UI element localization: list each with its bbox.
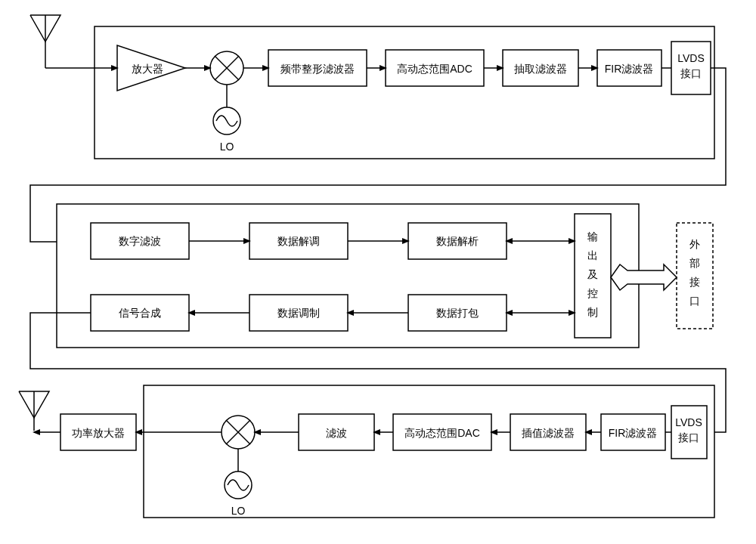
dsp-data-pack-label: 数据打包 <box>436 307 479 319</box>
rx-lvds-label-1: LVDS <box>677 52 705 64</box>
rx-front-end <box>94 26 714 159</box>
rx-fir-filter-label: FIR滤波器 <box>605 63 654 75</box>
rx-mixer-icon <box>210 51 243 85</box>
rx-lvds-label-2: 接口 <box>680 67 702 79</box>
double-arrow-icon <box>611 264 677 290</box>
dsp-output-control-label-3: 及 <box>587 268 598 280</box>
dsp-data-parse-label: 数据解析 <box>436 235 479 247</box>
tx-interp-filter-label: 插值滤波器 <box>522 427 575 439</box>
dsp-signal-synth-label: 信号合成 <box>119 307 161 319</box>
dsp-output-control-label-2: 出 <box>587 249 598 261</box>
tx-high-dr-dac-label: 高动态范围DAC <box>404 427 480 439</box>
rx-decimation-filter-label: 抽取滤波器 <box>514 63 567 75</box>
tx-lo-label: LO <box>231 505 246 517</box>
dsp-data-demod-label: 数据解调 <box>277 235 320 247</box>
dsp-output-control-label-1: 输 <box>587 230 598 243</box>
dsp-data-mod-label: 数据调制 <box>277 307 320 319</box>
external-interface-label-2: 部 <box>689 257 700 269</box>
tx-filter-label: 滤波 <box>326 427 347 439</box>
tx-front-end <box>144 385 714 518</box>
rx-amplifier-label: 放大器 <box>132 63 163 75</box>
rx-lo-label: LO <box>220 141 234 153</box>
block-diagram: 放大器 LO 频带整形滤波器 高动态范围ADC 抽取滤波器 FIR滤波器 LVD… <box>0 0 756 544</box>
svg-marker-21 <box>611 264 677 290</box>
dsp-output-control-label-5: 制 <box>587 306 598 318</box>
tx-antenna-icon <box>19 391 49 431</box>
dsp-digital-filter-label: 数字滤波 <box>119 235 161 247</box>
tx-lvds-label-1: LVDS <box>675 416 702 428</box>
tx-lvds-label-2: 接口 <box>678 431 699 444</box>
tx-mixer-icon <box>222 416 255 449</box>
external-interface-label-4: 口 <box>689 295 700 307</box>
rx-band-shape-filter-label: 频带整形滤波器 <box>280 63 355 75</box>
rx-antenna-icon <box>30 15 60 53</box>
dsp-output-control-label-4: 控 <box>587 287 598 299</box>
tx-fir-filter-label: FIR滤波器 <box>609 427 658 439</box>
tx-power-amp-label: 功率放大器 <box>72 427 125 439</box>
external-interface-label-1: 外 <box>689 238 700 250</box>
rx-high-dr-adc-label: 高动态范围ADC <box>397 63 472 75</box>
external-interface-label-3: 接 <box>689 276 700 288</box>
